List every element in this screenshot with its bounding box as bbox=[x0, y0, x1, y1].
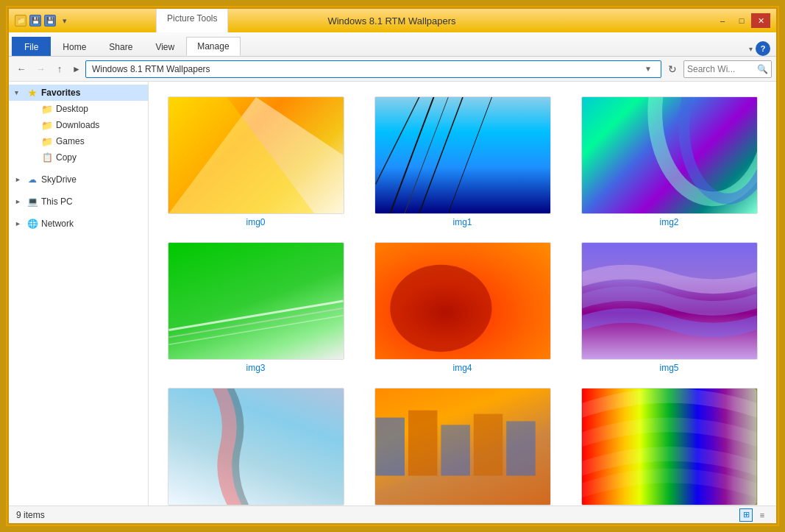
quick-access-dropdown[interactable]: ▾ bbox=[59, 15, 71, 26]
thumb-svg-img2 bbox=[582, 97, 757, 213]
title-bar: 📁 💾 💾 ▾ Picture Tools Windows 8.1 RTM Wa… bbox=[9, 9, 776, 32]
copy-icon: 📋 bbox=[41, 152, 53, 163]
search-icon: 🔍 bbox=[757, 64, 768, 74]
sidebar-item-thispc[interactable]: ► 💻 This PC bbox=[9, 194, 148, 210]
thumbnail-img5 bbox=[581, 242, 758, 360]
title-bar-icons: 📁 💾 💾 ▾ bbox=[15, 15, 71, 26]
sidebar-item-downloads[interactable]: 📁 Downloads bbox=[9, 117, 148, 133]
view-grid-button[interactable]: ⊞ bbox=[739, 508, 753, 522]
thumbnail-img0 bbox=[168, 96, 344, 214]
quick-access-icon1: 📁 bbox=[15, 15, 26, 26]
file-item-img2[interactable]: img2 bbox=[577, 96, 761, 227]
thumb-svg-img6 bbox=[168, 389, 344, 505]
forward-button[interactable]: → bbox=[32, 61, 49, 77]
thumb-svg-img13 bbox=[375, 389, 550, 505]
thumb-svg-img1 bbox=[375, 97, 550, 213]
file-item-img4[interactable]: img4 bbox=[370, 242, 555, 373]
refresh-button[interactable]: ↻ bbox=[664, 61, 681, 77]
skydrive-label: SkyDrive bbox=[41, 174, 77, 185]
minimize-button[interactable]: – bbox=[713, 13, 732, 28]
favorites-star-icon: ★ bbox=[26, 87, 38, 99]
items-count: 9 items bbox=[16, 510, 45, 520]
file-label-img0: img0 bbox=[246, 217, 265, 227]
view-list-button[interactable]: ≡ bbox=[756, 508, 769, 522]
thumb-svg-img100 bbox=[582, 389, 757, 505]
sidebar-item-copy[interactable]: 📋 Copy bbox=[9, 149, 148, 166]
skydrive-expand-icon: ► bbox=[15, 176, 24, 183]
svg-point-12 bbox=[390, 265, 491, 352]
tab-view[interactable]: View bbox=[144, 37, 185, 56]
quick-access-icon3: 💾 bbox=[44, 15, 56, 26]
address-dropdown-icon[interactable]: ▼ bbox=[642, 65, 655, 73]
address-bar: ← → ↑ ► Windows 8.1 RTM Wallpapers ▼ ↻ 🔍 bbox=[9, 57, 776, 82]
help-button[interactable]: ? bbox=[756, 41, 770, 56]
svg-line-10 bbox=[168, 308, 343, 338]
maximize-button[interactable]: □ bbox=[732, 13, 751, 28]
thumbnail-img13 bbox=[374, 388, 551, 506]
thumb-svg-img4 bbox=[375, 243, 550, 359]
svg-rect-13 bbox=[375, 418, 405, 476]
file-item-img5[interactable]: img5 bbox=[577, 242, 761, 373]
status-bar: 9 items ⊞ ≡ bbox=[9, 506, 776, 523]
ribbon: File Home Share View Manage ▾ ? bbox=[9, 32, 776, 57]
games-label: Games bbox=[56, 136, 85, 146]
sidebar-item-skydrive[interactable]: ► ☁ SkyDrive bbox=[9, 171, 148, 188]
svg-rect-16 bbox=[473, 414, 502, 476]
sidebar-item-favorites[interactable]: ▾ ★ Favorites bbox=[9, 85, 148, 101]
up-button[interactable]: ↑ bbox=[51, 61, 68, 77]
network-label: Network bbox=[41, 219, 74, 229]
desktop-label: Desktop bbox=[56, 104, 88, 114]
downloads-label: Downloads bbox=[56, 120, 99, 130]
sidebar-item-desktop[interactable]: 📁 Desktop bbox=[9, 101, 148, 117]
file-item-img0[interactable]: img0 bbox=[163, 96, 348, 227]
thumbnail-img2 bbox=[581, 96, 758, 214]
thispc-label: This PC bbox=[41, 196, 73, 207]
picture-tools-label: Picture Tools bbox=[156, 9, 228, 32]
thumbnail-img3 bbox=[168, 242, 344, 360]
favorites-expand-icon: ▾ bbox=[15, 89, 24, 96]
file-label-img3: img3 bbox=[246, 363, 265, 373]
search-input[interactable] bbox=[687, 64, 757, 74]
svg-line-9 bbox=[168, 301, 343, 330]
svg-line-2 bbox=[390, 97, 433, 213]
search-box[interactable]: 🔍 bbox=[683, 60, 772, 78]
file-item-img1[interactable]: img1 bbox=[370, 96, 555, 227]
file-label-img1: img1 bbox=[452, 217, 472, 227]
file-item-img6[interactable]: img6 bbox=[163, 388, 348, 506]
thumbnail-img6 bbox=[168, 388, 344, 506]
main-content: ▾ ★ Favorites 📁 Desktop 📁 Downloads 📁 Ga… bbox=[9, 82, 776, 506]
file-label-img4: img4 bbox=[452, 363, 472, 373]
back-button[interactable]: ← bbox=[13, 61, 29, 77]
tab-manage[interactable]: Manage bbox=[186, 37, 240, 56]
quick-access-icon2: 💾 bbox=[29, 15, 41, 26]
close-button[interactable]: ✕ bbox=[751, 13, 770, 28]
status-bar-right: ⊞ ≡ bbox=[739, 508, 769, 522]
tab-file[interactable]: File bbox=[12, 37, 51, 56]
svg-rect-14 bbox=[408, 411, 437, 476]
file-item-img100[interactable]: img100 bbox=[577, 388, 761, 506]
downloads-icon: 📁 bbox=[41, 119, 53, 131]
file-grid: img0 img1 bbox=[156, 89, 769, 506]
thumb-svg-img5 bbox=[582, 243, 757, 359]
thumbnail-img4 bbox=[374, 242, 551, 360]
file-area: img0 img1 bbox=[149, 82, 776, 506]
address-path[interactable]: Windows 8.1 RTM Wallpapers ▼ bbox=[85, 60, 661, 78]
sidebar-item-games[interactable]: 📁 Games bbox=[9, 133, 148, 149]
tab-share[interactable]: Share bbox=[98, 37, 143, 56]
ribbon-chevron-icon: ▾ bbox=[749, 45, 753, 53]
svg-line-11 bbox=[168, 316, 343, 345]
skydrive-icon: ☁ bbox=[26, 174, 38, 185]
svg-rect-17 bbox=[506, 421, 536, 475]
file-label-img5: img5 bbox=[659, 363, 678, 373]
tab-home[interactable]: Home bbox=[51, 37, 97, 56]
file-item-img3[interactable]: img3 bbox=[163, 242, 348, 373]
file-item-img13[interactable]: img13 bbox=[370, 388, 555, 506]
thumb-svg-img0 bbox=[168, 97, 344, 213]
thispc-expand-icon: ► bbox=[15, 198, 24, 205]
file-label-img2: img2 bbox=[659, 217, 678, 227]
sidebar-item-network[interactable]: ► 🌐 Network bbox=[9, 216, 148, 232]
sidebar: ▾ ★ Favorites 📁 Desktop 📁 Downloads 📁 Ga… bbox=[9, 82, 149, 506]
network-icon: 🌐 bbox=[26, 218, 38, 230]
thumb-svg-img3 bbox=[168, 243, 344, 359]
address-path-text: Windows 8.1 RTM Wallpapers bbox=[92, 64, 642, 74]
